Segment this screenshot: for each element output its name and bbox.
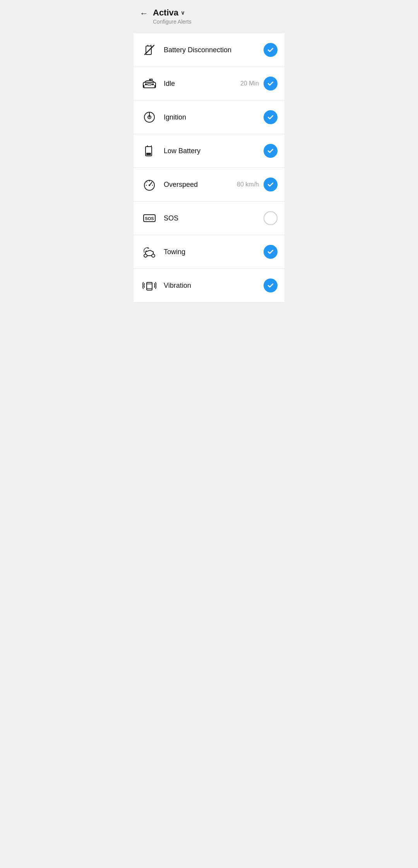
svg-point-31 (152, 254, 155, 257)
alerts-list: Battery Disconnection Idle20 Min Ignitio… (134, 33, 284, 302)
svg-point-22 (149, 185, 150, 186)
towing-icon (140, 243, 158, 261)
svg-rect-7 (147, 84, 151, 85)
header: ← Activa ∨ Configure Alerts (134, 0, 284, 29)
sos-icon: SOS (140, 209, 158, 227)
alert-value-overspeed: 80 km/h (237, 181, 259, 188)
alert-checkbox-towing[interactable] (264, 245, 278, 259)
svg-point-6 (152, 84, 154, 85)
svg-rect-19 (146, 153, 151, 155)
alert-value-idle: 20 Min (240, 80, 259, 87)
alert-right-idle: 20 Min (240, 77, 278, 91)
alert-label-towing: Towing (164, 248, 264, 256)
alert-item-towing[interactable]: Towing (134, 235, 284, 269)
chevron-down-icon[interactable]: ∨ (181, 10, 185, 16)
alert-label-sos: SOS (164, 214, 264, 222)
alert-right-sos (264, 211, 278, 225)
alert-checkbox-sos[interactable] (264, 211, 278, 225)
alert-label-low-battery: Low Battery (164, 147, 264, 155)
alert-checkbox-idle[interactable] (264, 77, 278, 91)
alert-item-vibration[interactable]: Vibration (134, 269, 284, 302)
alert-right-ignition (264, 110, 278, 124)
idle-icon (140, 75, 158, 92)
svg-point-30 (144, 254, 147, 257)
low-battery-icon (140, 142, 158, 160)
alert-right-low-battery (264, 144, 278, 158)
alert-item-low-battery[interactable]: Low Battery (134, 134, 284, 168)
alert-right-battery-disconnection (264, 43, 278, 57)
alert-item-overspeed[interactable]: Overspeed80 km/h (134, 168, 284, 202)
page-title: Activa ∨ (153, 8, 192, 18)
alert-label-ignition: Ignition (164, 113, 264, 121)
svg-rect-33 (147, 282, 152, 290)
svg-line-27 (152, 182, 152, 183)
svg-line-26 (147, 182, 147, 183)
alert-label-idle: Idle (164, 80, 240, 88)
overspeed-icon (140, 176, 158, 193)
alert-right-overspeed: 80 km/h (237, 178, 278, 191)
alert-checkbox-vibration[interactable] (264, 279, 278, 292)
battery-disconnection-icon (140, 41, 158, 59)
svg-point-5 (145, 84, 147, 85)
alert-label-vibration: Vibration (164, 282, 264, 290)
alert-right-towing (264, 245, 278, 259)
alert-label-battery-disconnection: Battery Disconnection (164, 46, 264, 54)
alert-label-overspeed: Overspeed (164, 181, 237, 189)
header-text: Activa ∨ Configure Alerts (153, 8, 192, 25)
alert-checkbox-ignition[interactable] (264, 110, 278, 124)
alert-right-vibration (264, 279, 278, 292)
svg-text:SOS: SOS (145, 216, 154, 221)
alert-item-sos[interactable]: SOS SOS (134, 202, 284, 235)
alert-item-idle[interactable]: Idle20 Min (134, 67, 284, 101)
alert-item-ignition[interactable]: Ignition (134, 101, 284, 134)
alert-checkbox-battery-disconnection[interactable] (264, 43, 278, 57)
back-button[interactable]: ← (140, 9, 148, 19)
page-subtitle: Configure Alerts (153, 19, 192, 25)
alert-checkbox-overspeed[interactable] (264, 178, 278, 191)
vehicle-name: Activa (153, 8, 178, 18)
svg-point-32 (146, 251, 147, 252)
ignition-icon (140, 108, 158, 126)
alert-item-battery-disconnection[interactable]: Battery Disconnection (134, 33, 284, 67)
alert-checkbox-low-battery[interactable] (264, 144, 278, 158)
vibration-icon (140, 277, 158, 294)
